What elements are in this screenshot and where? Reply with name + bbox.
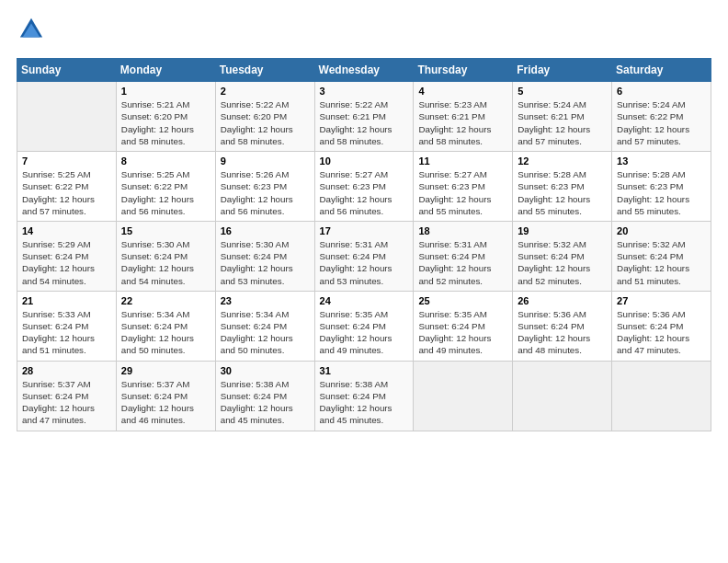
day-info: Sunrise: 5:33 AM Sunset: 6:24 PM Dayligh…	[22, 308, 111, 357]
calendar-cell: 8Sunrise: 5:25 AM Sunset: 6:22 PM Daylig…	[116, 152, 215, 222]
weekday-header-row: SundayMondayTuesdayWednesdayThursdayFrid…	[17, 59, 711, 82]
weekday-header-tuesday: Tuesday	[215, 59, 314, 82]
calendar-cell: 2Sunrise: 5:22 AM Sunset: 6:20 PM Daylig…	[215, 82, 314, 152]
calendar-week-row: 28Sunrise: 5:37 AM Sunset: 6:24 PM Dayli…	[17, 361, 711, 431]
day-info: Sunrise: 5:35 AM Sunset: 6:24 PM Dayligh…	[418, 308, 507, 357]
day-number: 26	[518, 295, 607, 306]
day-number: 19	[518, 225, 607, 236]
day-number: 21	[22, 295, 111, 306]
day-number: 30	[221, 365, 310, 376]
day-info: Sunrise: 5:27 AM Sunset: 6:23 PM Dayligh…	[418, 168, 507, 217]
calendar-cell: 20Sunrise: 5:32 AM Sunset: 6:24 PM Dayli…	[612, 221, 711, 291]
day-info: Sunrise: 5:34 AM Sunset: 6:24 PM Dayligh…	[221, 308, 310, 357]
day-number: 27	[617, 295, 706, 306]
calendar-table: SundayMondayTuesdayWednesdayThursdayFrid…	[17, 58, 711, 431]
day-number: 28	[22, 365, 111, 376]
calendar-cell: 6Sunrise: 5:24 AM Sunset: 6:22 PM Daylig…	[612, 82, 711, 152]
calendar-cell: 24Sunrise: 5:35 AM Sunset: 6:24 PM Dayli…	[314, 291, 414, 361]
day-info: Sunrise: 5:30 AM Sunset: 6:24 PM Dayligh…	[121, 238, 210, 287]
day-number: 1	[121, 86, 210, 97]
calendar-cell: 11Sunrise: 5:27 AM Sunset: 6:23 PM Dayli…	[414, 152, 513, 222]
calendar-week-row: 14Sunrise: 5:29 AM Sunset: 6:24 PM Dayli…	[17, 221, 711, 291]
calendar-cell: 27Sunrise: 5:36 AM Sunset: 6:24 PM Dayli…	[612, 291, 711, 361]
day-number: 25	[418, 295, 507, 306]
weekday-header-sunday: Sunday	[17, 59, 117, 82]
calendar-cell: 15Sunrise: 5:30 AM Sunset: 6:24 PM Dayli…	[116, 221, 215, 291]
day-number: 4	[418, 86, 507, 97]
day-number: 9	[221, 155, 310, 167]
day-number: 12	[518, 155, 607, 167]
day-info: Sunrise: 5:38 AM Sunset: 6:24 PM Dayligh…	[221, 378, 310, 427]
logo-icon	[18, 17, 44, 42]
day-info: Sunrise: 5:34 AM Sunset: 6:24 PM Dayligh…	[121, 308, 210, 357]
day-number: 6	[617, 86, 706, 97]
day-number: 18	[418, 225, 507, 236]
day-info: Sunrise: 5:25 AM Sunset: 6:22 PM Dayligh…	[22, 168, 111, 217]
day-info: Sunrise: 5:24 AM Sunset: 6:21 PM Dayligh…	[518, 98, 607, 147]
day-info: Sunrise: 5:27 AM Sunset: 6:23 PM Dayligh…	[320, 168, 409, 217]
calendar-cell: 4Sunrise: 5:23 AM Sunset: 6:21 PM Daylig…	[414, 82, 513, 152]
calendar-cell: 25Sunrise: 5:35 AM Sunset: 6:24 PM Dayli…	[414, 291, 513, 361]
day-info: Sunrise: 5:22 AM Sunset: 6:21 PM Dayligh…	[320, 98, 409, 147]
day-number: 29	[121, 365, 210, 376]
day-number: 8	[121, 155, 210, 167]
calendar-cell: 28Sunrise: 5:37 AM Sunset: 6:24 PM Dayli…	[17, 361, 117, 431]
calendar-page: SundayMondayTuesdayWednesdayThursdayFrid…	[0, 0, 728, 441]
calendar-week-row: 1Sunrise: 5:21 AM Sunset: 6:20 PM Daylig…	[17, 82, 711, 152]
calendar-cell	[612, 361, 711, 431]
calendar-cell: 14Sunrise: 5:29 AM Sunset: 6:24 PM Dayli…	[17, 221, 117, 291]
calendar-cell: 12Sunrise: 5:28 AM Sunset: 6:23 PM Dayli…	[513, 152, 612, 222]
calendar-cell	[414, 361, 513, 431]
day-number: 10	[320, 155, 409, 167]
calendar-cell: 10Sunrise: 5:27 AM Sunset: 6:23 PM Dayli…	[314, 152, 414, 222]
day-number: 14	[22, 225, 111, 236]
calendar-cell: 19Sunrise: 5:32 AM Sunset: 6:24 PM Dayli…	[513, 221, 612, 291]
day-info: Sunrise: 5:31 AM Sunset: 6:24 PM Dayligh…	[320, 238, 409, 287]
weekday-header-thursday: Thursday	[414, 59, 513, 82]
calendar-cell: 31Sunrise: 5:38 AM Sunset: 6:24 PM Dayli…	[314, 361, 414, 431]
weekday-header-saturday: Saturday	[612, 59, 711, 82]
day-number: 24	[320, 295, 409, 306]
day-info: Sunrise: 5:31 AM Sunset: 6:24 PM Dayligh…	[418, 238, 507, 287]
calendar-cell: 13Sunrise: 5:28 AM Sunset: 6:23 PM Dayli…	[612, 152, 711, 222]
calendar-cell: 7Sunrise: 5:25 AM Sunset: 6:22 PM Daylig…	[17, 152, 117, 222]
day-number: 2	[221, 86, 310, 97]
calendar-cell: 9Sunrise: 5:26 AM Sunset: 6:23 PM Daylig…	[215, 152, 314, 222]
day-info: Sunrise: 5:32 AM Sunset: 6:24 PM Dayligh…	[617, 238, 706, 287]
calendar-week-row: 7Sunrise: 5:25 AM Sunset: 6:22 PM Daylig…	[17, 152, 711, 222]
day-info: Sunrise: 5:26 AM Sunset: 6:23 PM Dayligh…	[221, 168, 310, 217]
day-info: Sunrise: 5:21 AM Sunset: 6:20 PM Dayligh…	[121, 98, 210, 147]
weekday-header-friday: Friday	[513, 59, 612, 82]
header	[17, 17, 711, 47]
day-info: Sunrise: 5:32 AM Sunset: 6:24 PM Dayligh…	[518, 238, 607, 287]
day-number: 3	[320, 86, 409, 97]
calendar-cell: 3Sunrise: 5:22 AM Sunset: 6:21 PM Daylig…	[314, 82, 414, 152]
day-info: Sunrise: 5:30 AM Sunset: 6:24 PM Dayligh…	[221, 238, 310, 287]
calendar-cell: 29Sunrise: 5:37 AM Sunset: 6:24 PM Dayli…	[116, 361, 215, 431]
calendar-cell: 16Sunrise: 5:30 AM Sunset: 6:24 PM Dayli…	[215, 221, 314, 291]
day-info: Sunrise: 5:22 AM Sunset: 6:20 PM Dayligh…	[221, 98, 310, 147]
calendar-cell	[17, 82, 117, 152]
day-number: 5	[518, 86, 607, 97]
calendar-cell: 22Sunrise: 5:34 AM Sunset: 6:24 PM Dayli…	[116, 291, 215, 361]
calendar-cell: 1Sunrise: 5:21 AM Sunset: 6:20 PM Daylig…	[116, 82, 215, 152]
day-info: Sunrise: 5:36 AM Sunset: 6:24 PM Dayligh…	[617, 308, 706, 357]
day-info: Sunrise: 5:37 AM Sunset: 6:24 PM Dayligh…	[121, 378, 210, 427]
day-info: Sunrise: 5:35 AM Sunset: 6:24 PM Dayligh…	[320, 308, 409, 357]
logo	[17, 17, 44, 47]
calendar-cell: 30Sunrise: 5:38 AM Sunset: 6:24 PM Dayli…	[215, 361, 314, 431]
day-info: Sunrise: 5:28 AM Sunset: 6:23 PM Dayligh…	[518, 168, 607, 217]
day-number: 23	[221, 295, 310, 306]
day-number: 7	[22, 155, 111, 167]
day-info: Sunrise: 5:28 AM Sunset: 6:23 PM Dayligh…	[617, 168, 706, 217]
day-number: 22	[121, 295, 210, 306]
day-number: 15	[121, 225, 210, 236]
day-info: Sunrise: 5:29 AM Sunset: 6:24 PM Dayligh…	[22, 238, 111, 287]
day-number: 16	[221, 225, 310, 236]
calendar-cell: 23Sunrise: 5:34 AM Sunset: 6:24 PM Dayli…	[215, 291, 314, 361]
day-number: 20	[617, 225, 706, 236]
calendar-cell: 17Sunrise: 5:31 AM Sunset: 6:24 PM Dayli…	[314, 221, 414, 291]
day-info: Sunrise: 5:25 AM Sunset: 6:22 PM Dayligh…	[121, 168, 210, 217]
day-number: 31	[320, 365, 409, 376]
calendar-cell: 21Sunrise: 5:33 AM Sunset: 6:24 PM Dayli…	[17, 291, 117, 361]
